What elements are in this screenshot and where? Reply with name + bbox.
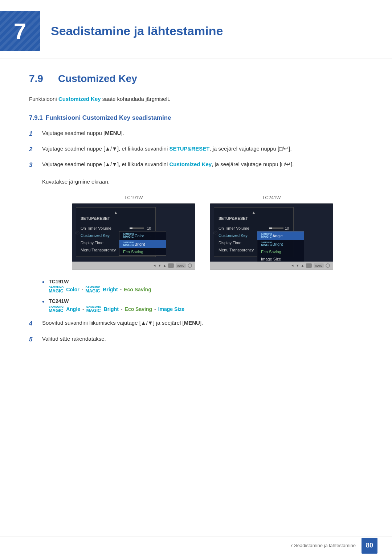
page-footer: 7 Seadistamine ja lähtestamine 80	[0, 537, 392, 554]
power-btn	[188, 263, 192, 268]
screen-body-tc241w: ⚙ ▲ SETUP&RESET On Timer Volume 10	[210, 204, 333, 262]
auto-btn: AUTO	[176, 263, 186, 268]
auto-btn-2: AUTO	[314, 263, 324, 268]
menu-overlay-tc241w: ▲ SETUP&RESET On Timer Volume 10 Customi…	[214, 207, 294, 257]
samsung-magic-icon-bright2: SAMSUNG MAGIC	[86, 305, 101, 313]
option-image-size: Image Size	[257, 255, 304, 262]
monitor-tc191w: ⚙ ▲ SETUP&RESET On Timer Volume 10	[72, 203, 195, 270]
main-content: 7.9 Customized Key Funktsiooni Customize…	[0, 73, 392, 373]
section-number: 7.9	[29, 73, 51, 85]
monitor-controls-tc191w: ◄ ▼ ▲ AUTO	[72, 262, 195, 270]
bullet-model-tc191w: TC191W	[49, 279, 363, 284]
intro-paragraph: Funktsiooni Customized Key saate kohanda…	[29, 95, 363, 103]
bullet-tc241w: • TC241W SAMSUNG MAGIC Angle - SAMSUNG M…	[42, 298, 363, 313]
ctrl-btn-2	[306, 263, 312, 268]
chapter-number: 7	[0, 11, 40, 51]
step-3: 3 Vajutage seadmel nuppe [▲/▼], et liiku…	[29, 160, 363, 186]
dropdown-tc241w: SAMSUNG MAGIC Angle SAMSUNG MAGIC	[257, 231, 304, 262]
menu-item-volume: On Timer Volume 10	[76, 225, 155, 232]
section-heading: 7.9 Customized Key	[29, 73, 363, 85]
samsung-magic-icon-angle: SAMSUNG MAGIC	[49, 305, 64, 313]
dropdown-tc191w: SAMSUNG MAGIC Color SAMSUNG MAGIC	[119, 231, 166, 256]
scroll-up-icon: ▲	[76, 210, 155, 215]
screen-tc191w: TC191W ⚙ ▲ SETUP&RESET On Timer Volume	[72, 195, 195, 270]
footer-text: 7 Seadistamine ja lähtestamine	[290, 543, 356, 548]
option-magic-angle-highlight: SAMSUNG MAGIC Angle	[257, 231, 304, 240]
monitor-controls-tc241w: ◄ ▼ ▲ AUTO	[210, 262, 333, 270]
monitor-tc241w: ⚙ ▲ SETUP&RESET On Timer Volume 10	[210, 203, 333, 270]
menu-item-volume-2: On Timer Volume 10	[214, 225, 293, 232]
final-steps-list: 4 Soovitud suvandini liikumiseks vajutag…	[29, 319, 363, 344]
steps-list: 1 Vajutage seadmel nuppu [MENU]. 2 Vajut…	[29, 129, 363, 186]
screen-label-tc191w: TC191W	[124, 195, 143, 200]
step-1: 1 Vajutage seadmel nuppu [MENU].	[29, 129, 363, 139]
section-title: Customized Key	[58, 73, 137, 85]
step-4: 4 Soovitud suvandini liikumiseks vajutag…	[29, 319, 363, 328]
power-btn-2	[326, 263, 330, 268]
scroll-up-icon-2: ▲	[214, 210, 293, 215]
subsection-title: Funktsiooni Customized Key seadistamine	[46, 114, 171, 122]
option-eco-saving: Eco Saving	[119, 248, 166, 255]
ctrl-btn	[168, 263, 174, 268]
option-magic-bright-highlight: SAMSUNG MAGIC Bright	[119, 240, 166, 248]
screen-tc241w: TC241W ⚙ ▲ SETUP&RESET On Timer Volume 1…	[210, 195, 333, 270]
menu-item-customized-2: Customized Key : SAMSUNG MAGIC Angle	[214, 232, 293, 239]
screen-label-tc241w: TC241W	[262, 195, 281, 200]
samsung-magic-icon-color: SAMSUNG MAGIC	[49, 286, 64, 293]
option-eco-saving-2: Eco Saving	[257, 248, 304, 255]
step-5: 5 Valitud säte rakendatakse.	[29, 335, 363, 344]
subsection-number: 7.9.1	[29, 114, 43, 122]
option-magic-bright-2: SAMSUNG MAGIC Bright	[257, 240, 304, 248]
screen-body-tc191w: ⚙ ▲ SETUP&RESET On Timer Volume 10	[72, 204, 195, 262]
option-magic-color: SAMSUNG MAGIC Color	[119, 231, 166, 240]
page-number: 80	[362, 538, 377, 554]
subsection-heading: 7.9.1 Funktsiooni Customized Key seadist…	[29, 114, 363, 122]
menu-title-tc191w: SETUP&RESET	[76, 215, 155, 223]
bullet-options-tc191w: SAMSUNG MAGIC Color - SAMSUNG MAGIC Brig…	[49, 286, 363, 293]
page-header: 7 Seadistamine ja lähtestamine	[0, 0, 392, 58]
bullet-tc191w: • TC191W SAMSUNG MAGIC Color - SAMSUNG M…	[42, 279, 363, 293]
menu-title-tc241w: SETUP&RESET	[214, 215, 293, 223]
bullet-options-tc241w: SAMSUNG MAGIC Angle - SAMSUNG MAGIC Brig…	[49, 305, 363, 313]
step-2: 2 Vajutage seadmel nuppe [▲/▼], et liiku…	[29, 144, 363, 154]
bullet-model-tc241w: TC241W	[49, 298, 363, 304]
samsung-magic-icon-bright1: SAMSUNG MAGIC	[85, 286, 100, 293]
bullet-list: • TC191W SAMSUNG MAGIC Color - SAMSUNG M…	[42, 279, 363, 313]
chapter-title: Seadistamine ja lähtestamine	[51, 24, 223, 38]
screens-container: TC191W ⚙ ▲ SETUP&RESET On Timer Volume	[42, 195, 363, 270]
menu-overlay-tc191w: ▲ SETUP&RESET On Timer Volume 10	[76, 207, 156, 257]
menu-item-customized: Customized Key : SAMSUNG MAGIC Color	[76, 232, 155, 239]
